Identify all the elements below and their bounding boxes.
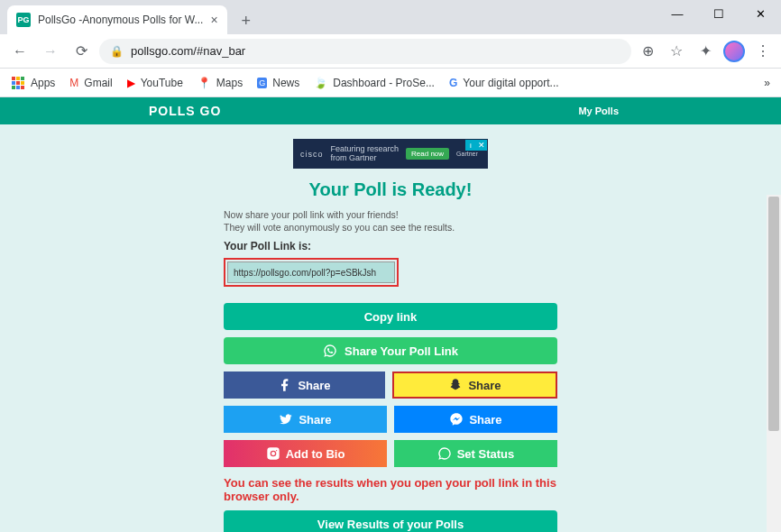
browser-toolbar: ← → ⟳ 🔒 pollsgo.com/#nav_bar ⊕ ☆ ✦ ⋮: [0, 34, 781, 69]
url-text: pollsgo.com/#nav_bar: [131, 44, 245, 58]
bookmarks-overflow[interactable]: »: [764, 77, 770, 89]
apps-bookmark[interactable]: Apps: [11, 76, 55, 90]
profile-avatar[interactable]: [723, 41, 745, 62]
maximize-button[interactable]: ☐: [698, 0, 740, 27]
subtext-2: They will vote anonymously so you can se…: [224, 222, 706, 233]
poll-link-input[interactable]: [227, 261, 395, 283]
bookmarks-bar: Apps MGmail ▶YouTube 📍Maps GNews 🍃Dashbo…: [0, 69, 781, 97]
ad-source: Gartner: [456, 151, 478, 157]
share-twitter-button[interactable]: Share: [224, 406, 387, 433]
messenger-icon: [449, 412, 464, 427]
address-bar[interactable]: 🔒 pollsgo.com/#nav_bar: [99, 39, 631, 64]
gmail-icon: M: [69, 77, 78, 89]
snapchat-icon: [448, 378, 463, 392]
my-polls-link[interactable]: My Polls: [578, 105, 619, 116]
facebook-icon: [278, 378, 292, 392]
ad-brand: cisco: [300, 150, 324, 159]
whatsapp-icon: [323, 344, 337, 358]
brand-logo[interactable]: POLLS GO: [149, 104, 221, 118]
close-window-button[interactable]: ✕: [740, 0, 781, 27]
add-to-bio-button[interactable]: Add to Bio: [224, 440, 387, 467]
digital-bookmark[interactable]: GYour digital opport...: [449, 77, 559, 89]
poll-link-highlight: [224, 258, 399, 287]
maps-icon: 📍: [198, 77, 211, 89]
forward-button[interactable]: →: [38, 39, 63, 64]
zoom-icon[interactable]: ⊕: [637, 41, 658, 62]
whatsapp-icon: [437, 446, 452, 461]
favicon-icon: PG: [16, 13, 31, 27]
ad-info-icon[interactable]: i: [465, 140, 476, 151]
main-content: cisco Featuring research from Gartner Re…: [75, 124, 706, 532]
maps-bookmark[interactable]: 📍Maps: [198, 77, 243, 89]
news-bookmark[interactable]: GNews: [257, 77, 299, 89]
youtube-icon: ▶: [127, 77, 135, 89]
share-snapchat-highlight: Share: [392, 371, 557, 399]
scrollbar-thumb[interactable]: [768, 197, 779, 431]
site-header: POLLS GO My Polls: [0, 97, 781, 124]
results-note: You can see the results when you open yo…: [224, 476, 557, 503]
leaf-icon: 🍃: [314, 77, 327, 89]
close-tab-icon[interactable]: ×: [210, 13, 217, 27]
page-heading: Your Poll is Ready!: [75, 179, 706, 200]
minimize-button[interactable]: —: [657, 0, 698, 27]
share-whatsapp-button[interactable]: Share Your Poll Link: [224, 337, 557, 364]
copy-link-button[interactable]: Copy link: [224, 303, 557, 330]
back-button[interactable]: ←: [7, 39, 32, 64]
menu-icon[interactable]: ⋮: [752, 41, 774, 62]
ad-cta[interactable]: Read now: [406, 148, 449, 160]
share-messenger-button[interactable]: Share: [394, 406, 557, 433]
window-titlebar: PG PollsGo -Anonymous Polls for W... × +…: [0, 0, 781, 34]
share-facebook-button[interactable]: Share: [224, 371, 385, 399]
ad-close-icon[interactable]: ✕: [476, 140, 487, 151]
google-icon: G: [449, 77, 457, 89]
tab-title: PollsGo -Anonymous Polls for W...: [38, 14, 203, 26]
reload-button[interactable]: ⟳: [69, 39, 94, 64]
dashboard-bookmark[interactable]: 🍃Dashboard - ProSe...: [314, 77, 435, 89]
browser-tab[interactable]: PG PollsGo -Anonymous Polls for W... ×: [7, 5, 227, 34]
twitter-icon: [279, 412, 293, 427]
gmail-bookmark[interactable]: MGmail: [69, 77, 112, 89]
apps-grid-icon: [12, 77, 24, 89]
set-status-button[interactable]: Set Status: [394, 440, 557, 467]
youtube-bookmark[interactable]: ▶YouTube: [127, 77, 183, 89]
link-label: Your Poll Link is:: [224, 240, 706, 252]
view-results-button[interactable]: View Results of your Polls: [224, 510, 557, 532]
instagram-icon: [266, 446, 280, 461]
lock-icon: 🔒: [110, 45, 124, 58]
share-snapchat-button[interactable]: Share: [394, 373, 556, 397]
news-icon: G: [257, 78, 267, 88]
page-viewport: POLLS GO My Polls cisco Featuring resear…: [0, 97, 781, 532]
star-icon[interactable]: ☆: [666, 41, 687, 62]
ad-text: Featuring research from Gartner: [331, 145, 400, 163]
extensions-icon[interactable]: ✦: [694, 41, 716, 62]
subtext-1: Now share your poll link with your frien…: [224, 209, 706, 220]
ad-banner[interactable]: cisco Featuring research from Gartner Re…: [293, 139, 488, 169]
new-tab-button[interactable]: +: [234, 8, 259, 34]
